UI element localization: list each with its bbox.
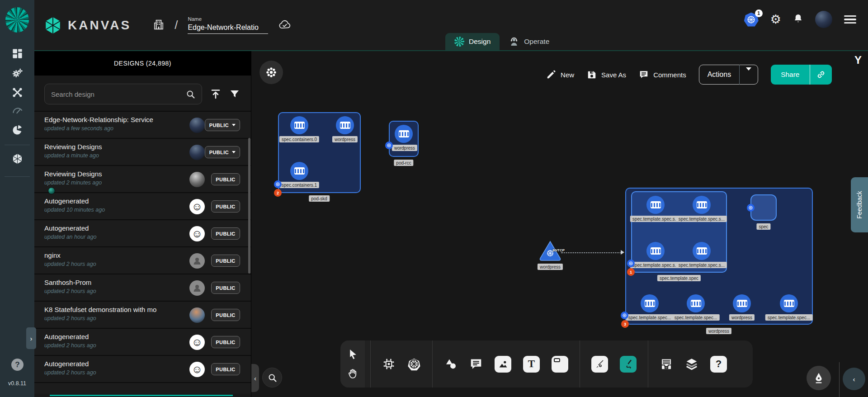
import-design-button[interactable] (210, 89, 221, 99)
hamburger-menu-icon[interactable] (844, 15, 856, 24)
new-button[interactable]: New (546, 70, 574, 80)
tab-operate[interactable]: Operate (500, 33, 558, 50)
design-list-item[interactable]: Edge-Network-Relationship: Service updat… (34, 111, 251, 138)
sidebar-item-lifecycle[interactable] (0, 67, 34, 80)
kanvas-brand[interactable]: KANVAS (43, 15, 131, 35)
user-avatar[interactable] (815, 11, 832, 28)
container-node[interactable] (693, 196, 711, 214)
meshery-logo[interactable] (5, 7, 29, 33)
container-node[interactable] (687, 294, 705, 312)
components-tool[interactable] (382, 357, 396, 371)
share-split-button[interactable]: Share (771, 65, 832, 85)
freehand-draw-tool[interactable] (620, 356, 637, 373)
search-input[interactable] (51, 90, 186, 98)
collapse-right-dock-button[interactable]: ‹ (843, 368, 865, 390)
rail-expand-button[interactable]: › (26, 327, 36, 349)
right-dock-handle[interactable]: Y (854, 54, 862, 66)
container-icon (645, 300, 655, 307)
annotate-pen-tool[interactable] (591, 356, 608, 373)
visibility-select[interactable]: PUBLIC (205, 146, 240, 158)
k8s-badge-icon (621, 312, 628, 319)
collaborator-mini-avatar (48, 187, 55, 194)
design-list-item[interactable]: Santhosh-Prom updated 2 hours ago PUBLIC (34, 274, 251, 301)
container-node[interactable] (336, 116, 354, 134)
design-list-item[interactable]: Autogenerated updated 10 minutes ago ☺ P… (34, 192, 251, 219)
chip-icon (382, 357, 396, 371)
design-list-item[interactable]: Reviewing Designs updated a minute ago P… (34, 138, 251, 165)
help-tool[interactable]: ? (710, 356, 727, 373)
pan-hand-tool[interactable] (347, 368, 359, 379)
k8s-context-switcher[interactable]: 1 (744, 13, 759, 27)
kubernetes-tool[interactable] (407, 357, 421, 371)
actions-split-button[interactable]: Actions (699, 65, 758, 85)
design-list-item[interactable]: Autogenerated updated 2 hours ago ☺ PUBL… (34, 328, 251, 355)
panel-scrollbar[interactable] (248, 138, 250, 394)
zoom-search-button[interactable] (262, 368, 282, 388)
node-label: spec.template.spec.s... (676, 216, 727, 222)
container-node[interactable] (646, 242, 665, 260)
avatar: ☺ (189, 226, 205, 241)
tab-design[interactable]: Design (445, 33, 500, 50)
container-node[interactable] (641, 294, 659, 312)
note-tool[interactable] (552, 356, 568, 373)
node-label: wordpress (729, 314, 755, 321)
help-button[interactable]: ? (11, 359, 24, 371)
shapes-tool[interactable] (444, 357, 458, 371)
breadcrumb-separator: / (175, 18, 178, 32)
container-node[interactable] (780, 294, 798, 312)
container-node[interactable] (290, 116, 308, 134)
image-tool[interactable] (495, 356, 511, 373)
comment-tool[interactable] (469, 357, 483, 371)
text-tool[interactable]: T (523, 356, 540, 373)
notifications-bell-icon[interactable] (793, 13, 803, 26)
design-canvas[interactable]: New Save As Comments Actions (251, 51, 868, 397)
design-list-item-partial[interactable] (34, 382, 251, 394)
design-list-item[interactable]: Autogenerated updated 2 hours ago ☺ PUBL… (34, 355, 251, 382)
container-node[interactable] (646, 196, 665, 214)
cursor-tool[interactable] (347, 349, 359, 360)
container-node[interactable] (733, 294, 751, 312)
visibility-select[interactable]: PUBLIC (205, 119, 240, 131)
organization-icon[interactable] (153, 19, 165, 32)
canvas-settings-button[interactable] (259, 61, 283, 84)
sidebar-item-configuration[interactable] (0, 86, 34, 99)
visibility-badge: PUBLIC (211, 200, 240, 213)
feedback-tab[interactable]: Feedback (851, 177, 868, 232)
layers-tool[interactable] (685, 357, 698, 371)
toolbar-divider (648, 340, 648, 388)
container-node[interactable] (290, 162, 308, 180)
design-name-input[interactable] (188, 24, 268, 34)
app: › ? v0.8.11 KANVAS / Name (0, 0, 868, 397)
design-list-item[interactable]: Reviewing Designs updated 2 minutes ago … (34, 165, 251, 192)
pod-template-group[interactable] (631, 191, 727, 273)
container-node[interactable] (395, 125, 413, 143)
design-list-item[interactable]: nginx updated 2 hours ago PUBLIC (34, 246, 251, 274)
actions-dropdown[interactable] (740, 71, 758, 79)
save-as-button[interactable]: Save As (587, 70, 626, 80)
design-list-item[interactable]: Autogenerated updated an hour ago ☺ PUBL… (34, 219, 251, 246)
sidebar-item-extensions[interactable] (0, 124, 34, 136)
dashboard-icon (11, 47, 24, 60)
comments-button[interactable]: Comments (639, 70, 686, 80)
chevron-down-icon (746, 67, 751, 78)
pen-nib-icon (813, 372, 825, 384)
service-edge (561, 252, 623, 253)
collapse-designs-panel-button[interactable]: ‹ (251, 364, 259, 392)
drawer-tool[interactable] (660, 357, 673, 371)
sidebar-item-kanvas[interactable] (0, 153, 34, 165)
container-node[interactable] (693, 242, 711, 260)
group-label: wordpress (706, 328, 731, 334)
sidebar-item-performance[interactable] (0, 104, 34, 117)
copy-link-button[interactable] (810, 70, 832, 79)
design-list-item[interactable]: K8 Statefulset demonstration with mo upd… (34, 301, 251, 328)
settings-gear-icon[interactable]: ⚙ (770, 14, 781, 26)
filter-designs-button[interactable] (229, 89, 240, 99)
comments-label: Comments (653, 71, 686, 79)
pen-nib-button[interactable] (807, 366, 831, 390)
sidebar-item-dashboard[interactable] (0, 47, 34, 60)
layers-icon (685, 357, 698, 371)
node-label: spec.template.spec... (626, 314, 674, 321)
link-icon (816, 70, 826, 79)
designs-search-row (34, 76, 251, 111)
scrollbar-thumb[interactable] (248, 138, 250, 274)
